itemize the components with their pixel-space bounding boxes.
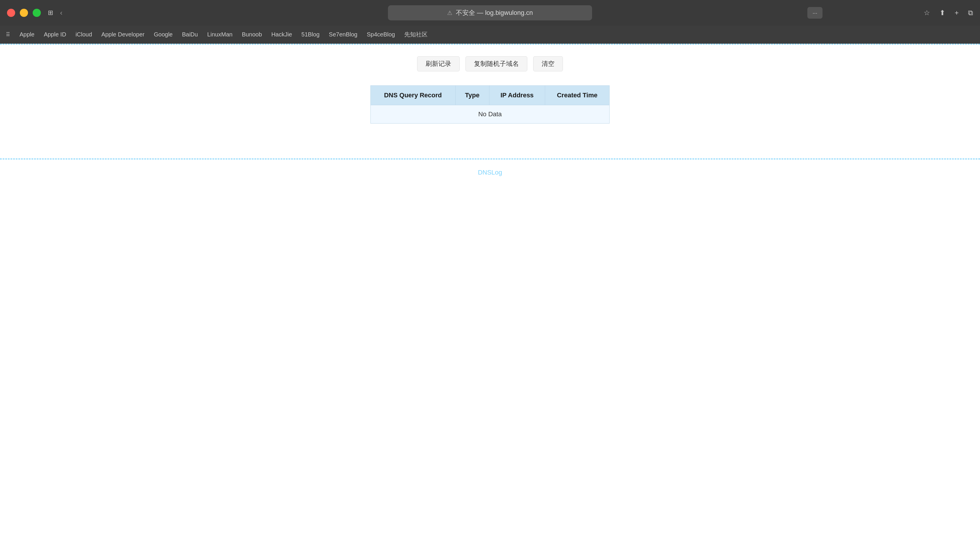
address-text: 不安全 — log.bigwulong.cn bbox=[456, 8, 533, 17]
bookmark-apple-id[interactable]: Apple ID bbox=[44, 31, 66, 38]
table-header-row: DNS Query Record Type IP Address Created… bbox=[371, 86, 609, 105]
toolbar: 刷新记录 复制随机子域名 清空 bbox=[417, 56, 563, 71]
bookmark-bunoob[interactable]: Bunoob bbox=[242, 31, 262, 38]
bookmark-icon[interactable]: ☆ bbox=[924, 9, 930, 17]
bookmark-baidu[interactable]: BaiDu bbox=[182, 31, 198, 38]
tabs-overview-icon[interactable]: ⧉ bbox=[968, 9, 973, 17]
bookmark-sp4ceblog[interactable]: Sp4ceBlog bbox=[367, 31, 395, 38]
titlebar: ⊞ ‹ ⚠ 不安全 — log.bigwulong.cn ··· ☆ ⬆ + ⧉ bbox=[0, 0, 980, 25]
maximize-button[interactable] bbox=[33, 9, 41, 17]
col-type: Type bbox=[455, 86, 489, 105]
bookmark-icloud[interactable]: iCloud bbox=[76, 31, 92, 38]
address-bar[interactable]: ⚠ 不安全 — log.bigwulong.cn bbox=[388, 5, 592, 21]
bookmarks-bar: ⠿ Apple Apple ID iCloud Apple Developer … bbox=[0, 25, 980, 44]
more-dots-icon: ··· bbox=[813, 10, 818, 16]
footer-text: DNSLog bbox=[478, 169, 502, 176]
address-more-button[interactable]: ··· bbox=[807, 7, 822, 19]
clear-button[interactable]: 清空 bbox=[533, 56, 563, 71]
close-button[interactable] bbox=[7, 9, 15, 17]
dns-table: DNS Query Record Type IP Address Created… bbox=[371, 86, 609, 124]
titlebar-actions: ☆ ⬆ + ⧉ bbox=[924, 9, 973, 17]
traffic-lights bbox=[7, 9, 41, 17]
col-dns-query: DNS Query Record bbox=[371, 86, 456, 105]
col-created-time: Created Time bbox=[545, 86, 609, 105]
sidebar-toggle-icon[interactable]: ⊞ bbox=[48, 9, 53, 17]
new-tab-icon[interactable]: + bbox=[955, 9, 959, 17]
bookmark-xianzhishequ[interactable]: 先知社区 bbox=[404, 30, 428, 38]
bookmark-51blog[interactable]: 51Blog bbox=[301, 31, 320, 38]
bookmark-apple-developer[interactable]: Apple Developer bbox=[102, 31, 145, 38]
table-empty-row: No Data bbox=[371, 105, 609, 124]
bookmark-hackjie[interactable]: HackJie bbox=[271, 31, 292, 38]
copy-subdomain-button[interactable]: 复制随机子域名 bbox=[466, 56, 527, 71]
no-data-cell: No Data bbox=[371, 105, 609, 124]
bookmark-google[interactable]: Google bbox=[154, 31, 173, 38]
bookmark-linuxman[interactable]: LinuxMan bbox=[207, 31, 232, 38]
bookmark-se7enblog[interactable]: Se7enBlog bbox=[329, 31, 358, 38]
share-icon[interactable]: ⬆ bbox=[939, 9, 945, 17]
minimize-button[interactable] bbox=[20, 9, 28, 17]
bookmark-apple[interactable]: Apple bbox=[19, 31, 34, 38]
back-button[interactable]: ‹ bbox=[60, 9, 62, 17]
main-content: 刷新记录 复制随机子域名 清空 DNS Query Record Type IP… bbox=[0, 44, 980, 176]
col-ip-address: IP Address bbox=[489, 86, 545, 105]
lock-icon: ⚠ bbox=[447, 10, 452, 16]
footer: DNSLog bbox=[0, 169, 980, 176]
bookmarks-menu-icon[interactable]: ⠿ bbox=[6, 31, 10, 38]
bottom-dashed-divider bbox=[0, 159, 980, 159]
refresh-button[interactable]: 刷新记录 bbox=[417, 56, 460, 71]
